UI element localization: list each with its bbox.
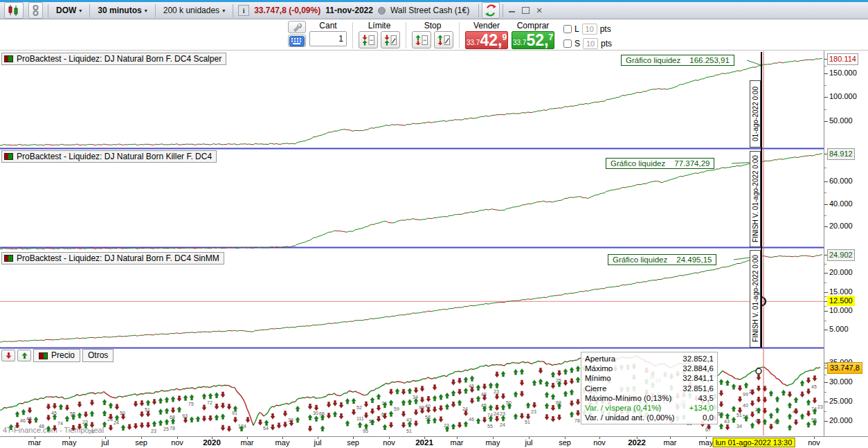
green-up-arrow-icon bbox=[21, 352, 28, 359]
candle-mini-icon bbox=[4, 255, 13, 262]
chart-area[interactable]: 4646484574552324232450512325687893757291… bbox=[0, 0, 868, 448]
wrench-icon bbox=[292, 22, 302, 32]
axis-tick-label: 25.000 bbox=[829, 396, 853, 406]
timeframe-dropdown[interactable]: 30 minutos ▾ bbox=[95, 3, 150, 18]
l-label: L bbox=[575, 24, 579, 34]
svg-text:78: 78 bbox=[575, 418, 580, 423]
limit-stop-points: L pts S pts bbox=[563, 23, 612, 49]
time-axis-label: nov bbox=[808, 438, 820, 447]
price-axis[interactable]: 180.114150.000100.00050.00084.91260.0004… bbox=[824, 51, 868, 436]
refresh-icon[interactable] bbox=[482, 2, 500, 19]
time-axis-label: sep bbox=[347, 438, 359, 447]
time-axis-label: sep bbox=[135, 438, 147, 447]
limit-label: Límite bbox=[368, 21, 391, 31]
axis-tick-label: 33.747,8 bbox=[827, 362, 862, 374]
order-entry-bar: Cant Límite bbox=[0, 19, 868, 51]
svg-text:54: 54 bbox=[263, 426, 269, 431]
close-button[interactable]: × bbox=[534, 6, 545, 15]
svg-text:23: 23 bbox=[531, 409, 536, 414]
candlestick-chart-icon[interactable] bbox=[4, 2, 24, 19]
limit-order-edit-button[interactable] bbox=[381, 31, 400, 48]
axis-tick bbox=[824, 330, 828, 330]
toolbar-separator bbox=[155, 4, 156, 17]
pts-label: pts bbox=[600, 24, 611, 34]
series-scalper bbox=[0, 58, 822, 145]
axis-minor-tick bbox=[824, 283, 826, 283]
time-axis-label: mar bbox=[241, 438, 254, 447]
stop-order-edit-button[interactable] bbox=[434, 31, 453, 48]
finish-date-label-2: FINISH V. 01-ago-2022 0:00 bbox=[750, 151, 761, 247]
cursor-date-label: lun 01-ago-2022 13:30 bbox=[713, 438, 795, 447]
quantity-label: Cant bbox=[319, 21, 336, 31]
tooltip-row: Cierre32.851,6 bbox=[581, 384, 717, 393]
svg-text:34: 34 bbox=[736, 424, 742, 429]
limit-points-input[interactable] bbox=[582, 24, 597, 35]
liquidity-tag-3: Gráfico liquidez24.495,15 bbox=[608, 254, 716, 265]
sell-group: Vender 33.742,9 bbox=[465, 21, 508, 49]
svg-text:45: 45 bbox=[51, 411, 57, 415]
tab-precio[interactable]: Precio bbox=[33, 349, 80, 362]
minimize-button[interactable] bbox=[506, 6, 517, 15]
axis-tick-label: 40.000 bbox=[829, 199, 853, 209]
svg-text:51: 51 bbox=[525, 420, 530, 424]
axis-tick-label: 100.000 bbox=[829, 91, 857, 102]
backtest-panel-title-3: ProBacktest - Liquidez: DJ Natural Born … bbox=[1, 252, 224, 265]
price-tooltip: Apertura32.852,1Máximo32.884,6Mínimo32.8… bbox=[581, 352, 718, 424]
link-windows-icon[interactable] bbox=[28, 2, 43, 19]
stop-points-checkbox[interactable] bbox=[563, 39, 572, 48]
time-axis-label: sep bbox=[559, 438, 571, 447]
stop-order-button[interactable] bbox=[412, 31, 431, 48]
svg-text:24: 24 bbox=[500, 422, 505, 427]
svg-text:24: 24 bbox=[494, 411, 499, 416]
red-down-arrow-icon bbox=[5, 352, 12, 359]
axis-tick bbox=[824, 421, 828, 422]
order-settings-button[interactable] bbox=[288, 21, 306, 33]
units-dropdown[interactable]: 200 k unidades ▾ bbox=[161, 3, 228, 18]
chevron-down-icon: ▾ bbox=[222, 8, 225, 14]
time-axis-label: may bbox=[486, 438, 500, 447]
quantity-group: Cant bbox=[309, 21, 347, 46]
stop-points-input[interactable] bbox=[583, 38, 598, 49]
virtual-keyboard-button[interactable] bbox=[288, 35, 306, 47]
info-icon[interactable]: i bbox=[238, 5, 249, 16]
last-date: 11-nov-2022 bbox=[325, 6, 373, 15]
axis-tick-label: 20.000 bbox=[829, 267, 853, 278]
axis-minor-tick bbox=[824, 296, 826, 297]
toolbar-separator bbox=[503, 4, 503, 17]
axis-tick-label: 10.000 bbox=[829, 305, 853, 316]
maximize-button[interactable] bbox=[520, 6, 531, 15]
limit-order-edit-icon bbox=[383, 34, 397, 46]
limit-points-checkbox[interactable] bbox=[563, 25, 572, 33]
candle-mini-icon bbox=[4, 55, 13, 62]
axis-tick bbox=[824, 273, 828, 274]
time-axis[interactable]: marmayjulsepnov2020marmayjulsepnov2021ma… bbox=[0, 436, 868, 448]
svg-text:51: 51 bbox=[736, 413, 742, 418]
axis-tick bbox=[824, 121, 828, 122]
axis-tick bbox=[824, 181, 828, 182]
axis-tick bbox=[824, 73, 828, 74]
svg-text:23: 23 bbox=[500, 411, 505, 416]
scroll-down-button[interactable] bbox=[1, 350, 15, 361]
tab-otros[interactable]: Otros bbox=[82, 349, 114, 362]
tooltip-row: Var. / unidad ant. (0,00%)0,0 bbox=[581, 413, 717, 422]
axis-minor-tick bbox=[824, 306, 826, 307]
svg-text:25: 25 bbox=[163, 427, 169, 431]
axis-minor-tick bbox=[824, 392, 826, 393]
quantity-input[interactable] bbox=[309, 31, 347, 46]
scroll-up-button[interactable] bbox=[17, 350, 31, 361]
trading-window: 4T-Finance.com - Tiempo real 46464845745… bbox=[0, 0, 868, 448]
toolbar-separator bbox=[89, 4, 90, 17]
svg-text:24: 24 bbox=[89, 429, 94, 434]
buy-button[interactable]: 33.752,7 bbox=[512, 31, 554, 49]
tooltip-row: Apertura32.852,1 bbox=[581, 354, 717, 364]
svg-text:52: 52 bbox=[356, 405, 362, 410]
axis-tick-label: 20.000 bbox=[829, 415, 853, 426]
limit-order-button[interactable] bbox=[359, 31, 378, 48]
axis-minor-tick bbox=[824, 66, 826, 66]
time-axis-label: jul bbox=[101, 438, 109, 447]
sell-button[interactable]: 33.742,9 bbox=[465, 31, 508, 49]
time-axis-label: jul bbox=[525, 438, 532, 447]
symbol-dropdown[interactable]: DOW ▾ bbox=[53, 3, 84, 18]
svg-text:111: 111 bbox=[356, 416, 364, 421]
toolbar-separator bbox=[478, 4, 479, 17]
